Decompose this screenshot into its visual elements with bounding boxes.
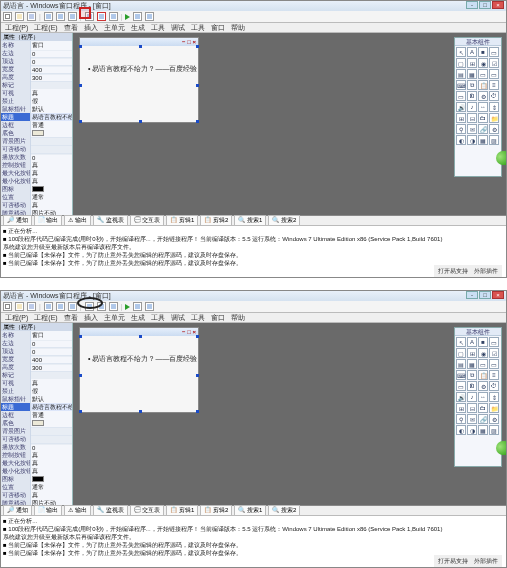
toolbox-tool[interactable]: ≡ bbox=[489, 80, 499, 90]
form-designer[interactable]: − □ × • 易语言教程不给力？——百度经验 bbox=[79, 327, 199, 413]
toolbox-tool[interactable]: ▭ bbox=[456, 381, 466, 391]
resize-handle[interactable] bbox=[139, 120, 142, 123]
toolbox-tool[interactable]: ⌨ bbox=[456, 370, 466, 380]
toolbox-tool[interactable]: ⏱ bbox=[489, 91, 499, 101]
save-file-icon[interactable] bbox=[27, 302, 36, 311]
property-value[interactable]: 0 bbox=[31, 341, 72, 347]
toolbox-tool[interactable]: ◐ bbox=[456, 425, 466, 435]
toolbox-tool[interactable]: ▭ bbox=[489, 69, 499, 79]
property-value[interactable]: 0 bbox=[31, 445, 72, 451]
toolbox-tool[interactable]: ⊞ bbox=[456, 113, 466, 123]
property-value[interactable]: 300 bbox=[31, 75, 72, 81]
bottom-tab[interactable]: 📋 剪辑1 bbox=[166, 505, 198, 516]
property-value[interactable]: 0 bbox=[31, 349, 72, 355]
paste-icon[interactable] bbox=[68, 12, 77, 21]
resize-handle[interactable] bbox=[79, 374, 82, 377]
bottom-tab[interactable]: 🔧 监视表 bbox=[93, 505, 128, 516]
resize-handle[interactable] bbox=[196, 374, 199, 377]
toolbox-tool[interactable]: ▦ bbox=[467, 359, 477, 369]
toolbox-tool[interactable]: ◉ bbox=[478, 348, 488, 358]
toolbox-tool[interactable]: ▦ bbox=[478, 135, 488, 145]
toolbox-tool[interactable]: 🗀 bbox=[478, 113, 488, 123]
toolbox-tool[interactable]: ▭ bbox=[489, 47, 499, 57]
toolbox-tool[interactable]: ≡ bbox=[489, 370, 499, 380]
toolbox-tool[interactable]: ♪ bbox=[467, 392, 477, 402]
minimize-button[interactable]: - bbox=[466, 291, 478, 299]
status-link[interactable]: 外部插件 bbox=[474, 267, 498, 276]
toolbox-tool[interactable]: ▦ bbox=[478, 425, 488, 435]
menu-item[interactable]: 帮助 bbox=[231, 23, 245, 33]
property-value[interactable] bbox=[31, 130, 72, 137]
property-value[interactable]: 窗口 bbox=[31, 331, 72, 340]
copy-icon[interactable] bbox=[56, 12, 65, 21]
cut-icon[interactable] bbox=[44, 12, 53, 21]
designer-close-icon[interactable]: − □ × bbox=[182, 329, 196, 335]
toolbox-tool[interactable]: ✉ bbox=[467, 124, 477, 134]
menu-item[interactable]: 生成 bbox=[131, 23, 145, 33]
toolbox-tool[interactable]: ▭ bbox=[489, 337, 499, 347]
toolbox-tool[interactable]: ▭ bbox=[489, 359, 499, 369]
paste-icon[interactable] bbox=[68, 302, 77, 311]
designer-surface[interactable]: • 易语言教程不给力？——百度经验 bbox=[80, 336, 198, 412]
designer-label[interactable]: • 易语言教程不给力？——百度经验 bbox=[88, 64, 197, 74]
bottom-tab[interactable]: 📋 剪辑1 bbox=[166, 215, 198, 226]
toolbox-tool[interactable]: ◐ bbox=[456, 135, 466, 145]
toolbox-tool[interactable]: 🔗 bbox=[478, 414, 488, 424]
toolbox-tool[interactable]: A bbox=[467, 337, 477, 347]
toolbox-tool[interactable]: ▤ bbox=[456, 69, 466, 79]
toolbox-tool[interactable]: ⚲ bbox=[456, 124, 466, 134]
bottom-tab[interactable]: ⚠ 输出 bbox=[64, 215, 91, 226]
side-green-orb[interactable] bbox=[496, 441, 506, 455]
menu-item[interactable]: 工程(E) bbox=[34, 313, 57, 323]
toolbox-tool[interactable]: ↖ bbox=[456, 337, 466, 347]
menu-item[interactable]: 工程(E) bbox=[34, 23, 57, 33]
bottom-tab[interactable]: 📄 输出 bbox=[34, 505, 63, 516]
toolbox-tool[interactable]: ⌨ bbox=[456, 80, 466, 90]
toolbox-tool[interactable]: 🗓 bbox=[467, 381, 477, 391]
open-file-icon[interactable] bbox=[15, 302, 24, 311]
bottom-tab[interactable]: 📄 输出 bbox=[34, 215, 63, 226]
toolbox-tool[interactable]: ▦ bbox=[467, 69, 477, 79]
menu-item[interactable]: 工程(P) bbox=[5, 313, 28, 323]
cut-icon[interactable] bbox=[44, 302, 53, 311]
designer-label[interactable]: • 易语言教程不给力？——百度经验 bbox=[88, 354, 197, 364]
menu-item[interactable]: 生成 bbox=[131, 313, 145, 323]
toolbox-tool[interactable]: ⊟ bbox=[467, 403, 477, 413]
toolbox-tool[interactable]: ⚲ bbox=[456, 414, 466, 424]
new-file-icon[interactable] bbox=[3, 302, 12, 311]
maximize-button[interactable]: □ bbox=[479, 291, 491, 299]
toolbox-tool[interactable]: ■ bbox=[478, 337, 488, 347]
menu-item[interactable]: 工具 bbox=[191, 313, 205, 323]
menu-item[interactable]: 工具 bbox=[151, 23, 165, 33]
menu-item[interactable]: 查看 bbox=[64, 313, 78, 323]
toolbox-tool[interactable]: ☑ bbox=[489, 348, 499, 358]
toolbox-tool[interactable]: 📋 bbox=[478, 80, 488, 90]
designer-surface[interactable]: • 易语言教程不给力？——百度经验 bbox=[80, 46, 198, 122]
property-value[interactable]: 0 bbox=[31, 51, 72, 57]
toolbox-tool[interactable]: ▭ bbox=[478, 69, 488, 79]
toolbox-tool[interactable]: ▨ bbox=[489, 425, 499, 435]
resize-handle[interactable] bbox=[79, 45, 82, 48]
bottom-tab[interactable]: 💬 交互表 bbox=[130, 215, 165, 226]
toolbox-tool[interactable]: 🗀 bbox=[478, 403, 488, 413]
menu-item[interactable]: 工具 bbox=[191, 23, 205, 33]
toolbox-tool[interactable]: ☑ bbox=[489, 58, 499, 68]
toolbox-tool[interactable]: ♪ bbox=[467, 102, 477, 112]
menu-item[interactable]: 工程(P) bbox=[5, 23, 28, 33]
run-icon[interactable] bbox=[125, 304, 130, 310]
property-value[interactable]: 0 bbox=[31, 59, 72, 65]
toolbox-tool[interactable]: ⚙ bbox=[478, 91, 488, 101]
toolbox-tool[interactable]: ✉ bbox=[467, 414, 477, 424]
property-value[interactable]: 400 bbox=[31, 357, 72, 363]
run-icon[interactable] bbox=[125, 14, 130, 20]
menu-item[interactable]: 主单元 bbox=[104, 23, 125, 33]
property-value[interactable] bbox=[31, 420, 72, 427]
toolbar-button-c[interactable] bbox=[109, 12, 118, 21]
resize-handle[interactable] bbox=[196, 120, 199, 123]
property-value[interactable] bbox=[31, 186, 72, 193]
bottom-tab[interactable]: 🔎 通知 bbox=[3, 505, 32, 516]
menu-item[interactable]: 工具 bbox=[151, 313, 165, 323]
toolbox-tool[interactable]: ⊞ bbox=[467, 58, 477, 68]
resize-handle[interactable] bbox=[79, 410, 82, 413]
toolbox-tool[interactable]: ↖ bbox=[456, 47, 466, 57]
